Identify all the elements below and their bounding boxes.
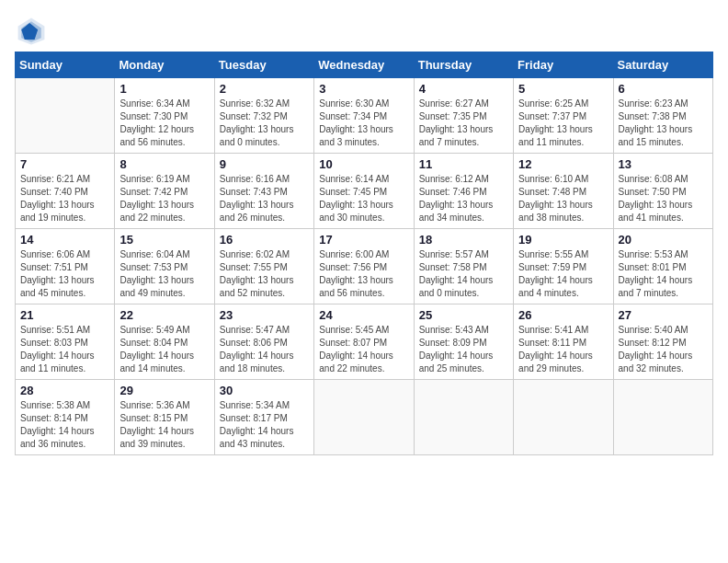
day-number: 16 <box>220 233 309 247</box>
day-number: 8 <box>119 157 209 171</box>
day-detail: Sunrise: 6:08 AM Sunset: 7:50 PM Dayligh… <box>619 173 708 224</box>
day-cell: 15Sunrise: 6:04 AM Sunset: 7:53 PM Dayli… <box>115 229 214 304</box>
day-detail: Sunrise: 6:04 AM Sunset: 7:53 PM Dayligh… <box>119 248 209 300</box>
day-detail: Sunrise: 6:25 AM Sunset: 7:37 PM Dayligh… <box>518 98 608 149</box>
day-cell: 25Sunrise: 5:43 AM Sunset: 8:09 PM Dayli… <box>414 304 513 380</box>
day-number: 22 <box>119 308 209 322</box>
day-cell: 16Sunrise: 6:02 AM Sunset: 7:55 PM Dayli… <box>214 229 313 304</box>
day-number: 25 <box>419 308 508 322</box>
day-cell: 6Sunrise: 6:23 AM Sunset: 7:38 PM Daylig… <box>613 78 712 154</box>
day-detail: Sunrise: 5:43 AM Sunset: 8:09 PM Dayligh… <box>419 324 508 375</box>
day-number: 4 <box>419 82 508 96</box>
day-number: 20 <box>619 233 708 247</box>
day-detail: Sunrise: 5:47 AM Sunset: 8:06 PM Dayligh… <box>220 324 309 375</box>
day-detail: Sunrise: 5:53 AM Sunset: 8:01 PM Dayligh… <box>619 248 708 300</box>
day-cell: 21Sunrise: 5:51 AM Sunset: 8:03 PM Dayli… <box>16 304 115 380</box>
day-detail: Sunrise: 6:34 AM Sunset: 7:30 PM Dayligh… <box>119 98 209 149</box>
page-header <box>15 15 713 48</box>
day-number: 26 <box>518 308 608 322</box>
day-number: 17 <box>319 233 408 247</box>
day-detail: Sunrise: 6:06 AM Sunset: 7:51 PM Dayligh… <box>20 248 109 300</box>
day-number: 23 <box>220 308 309 322</box>
day-cell: 11Sunrise: 6:12 AM Sunset: 7:46 PM Dayli… <box>414 154 513 229</box>
day-detail: Sunrise: 5:49 AM Sunset: 8:04 PM Dayligh… <box>119 324 209 375</box>
day-detail: Sunrise: 6:27 AM Sunset: 7:35 PM Dayligh… <box>419 98 508 149</box>
day-number: 19 <box>518 233 608 247</box>
day-cell: 24Sunrise: 5:45 AM Sunset: 8:07 PM Dayli… <box>314 304 414 380</box>
day-cell: 29Sunrise: 5:36 AM Sunset: 8:15 PM Dayli… <box>115 380 214 455</box>
day-detail: Sunrise: 5:40 AM Sunset: 8:12 PM Dayligh… <box>619 324 708 375</box>
day-detail: Sunrise: 6:12 AM Sunset: 7:46 PM Dayligh… <box>419 173 508 224</box>
day-detail: Sunrise: 5:51 AM Sunset: 8:03 PM Dayligh… <box>20 324 109 375</box>
day-number: 2 <box>220 82 309 96</box>
day-number: 6 <box>619 82 708 96</box>
day-header-sunday: Sunday <box>16 52 115 78</box>
day-number: 13 <box>619 157 708 171</box>
day-detail: Sunrise: 5:45 AM Sunset: 8:07 PM Dayligh… <box>319 324 408 375</box>
day-cell: 26Sunrise: 5:41 AM Sunset: 8:11 PM Dayli… <box>514 304 613 380</box>
day-detail: Sunrise: 6:21 AM Sunset: 7:40 PM Dayligh… <box>20 173 109 224</box>
day-detail: Sunrise: 6:16 AM Sunset: 7:43 PM Dayligh… <box>220 173 309 224</box>
day-number: 11 <box>419 157 508 171</box>
day-header-wednesday: Wednesday <box>314 52 414 78</box>
week-row-3: 14Sunrise: 6:06 AM Sunset: 7:51 PM Dayli… <box>16 229 713 304</box>
day-number: 30 <box>220 384 309 397</box>
day-header-saturday: Saturday <box>613 52 712 78</box>
week-row-1: 1Sunrise: 6:34 AM Sunset: 7:30 PM Daylig… <box>16 78 713 154</box>
day-detail: Sunrise: 6:00 AM Sunset: 7:56 PM Dayligh… <box>319 248 408 300</box>
day-number: 15 <box>119 233 209 247</box>
day-number: 14 <box>20 233 109 247</box>
day-detail: Sunrise: 5:41 AM Sunset: 8:11 PM Dayligh… <box>518 324 608 375</box>
calendar-header-row: SundayMondayTuesdayWednesdayThursdayFrid… <box>16 52 713 78</box>
day-cell: 8Sunrise: 6:19 AM Sunset: 7:42 PM Daylig… <box>115 154 214 229</box>
week-row-2: 7Sunrise: 6:21 AM Sunset: 7:40 PM Daylig… <box>16 154 713 229</box>
day-detail: Sunrise: 5:55 AM Sunset: 7:59 PM Dayligh… <box>518 248 608 300</box>
day-detail: Sunrise: 5:57 AM Sunset: 7:58 PM Dayligh… <box>419 248 508 300</box>
day-detail: Sunrise: 5:34 AM Sunset: 8:17 PM Dayligh… <box>220 399 309 451</box>
day-detail: Sunrise: 6:30 AM Sunset: 7:34 PM Dayligh… <box>319 98 408 149</box>
day-cell <box>16 78 115 154</box>
day-cell <box>514 380 613 455</box>
day-number: 5 <box>518 82 608 96</box>
day-number: 10 <box>319 157 408 171</box>
day-cell: 4Sunrise: 6:27 AM Sunset: 7:35 PM Daylig… <box>414 78 513 154</box>
logo-icon <box>15 15 48 48</box>
day-number: 7 <box>20 157 109 171</box>
day-cell: 27Sunrise: 5:40 AM Sunset: 8:12 PM Dayli… <box>613 304 712 380</box>
day-cell: 13Sunrise: 6:08 AM Sunset: 7:50 PM Dayli… <box>613 154 712 229</box>
day-number: 28 <box>20 384 109 397</box>
day-cell: 12Sunrise: 6:10 AM Sunset: 7:48 PM Dayli… <box>514 154 613 229</box>
day-cell: 9Sunrise: 6:16 AM Sunset: 7:43 PM Daylig… <box>214 154 313 229</box>
day-cell <box>414 380 513 455</box>
day-number: 21 <box>20 308 109 322</box>
day-number: 18 <box>419 233 508 247</box>
day-detail: Sunrise: 6:10 AM Sunset: 7:48 PM Dayligh… <box>518 173 608 224</box>
day-cell: 18Sunrise: 5:57 AM Sunset: 7:58 PM Dayli… <box>414 229 513 304</box>
day-cell: 5Sunrise: 6:25 AM Sunset: 7:37 PM Daylig… <box>514 78 613 154</box>
day-header-thursday: Thursday <box>414 52 513 78</box>
day-header-tuesday: Tuesday <box>214 52 313 78</box>
day-detail: Sunrise: 6:32 AM Sunset: 7:32 PM Dayligh… <box>220 98 309 149</box>
day-number: 12 <box>518 157 608 171</box>
day-cell: 3Sunrise: 6:30 AM Sunset: 7:34 PM Daylig… <box>314 78 414 154</box>
day-cell: 7Sunrise: 6:21 AM Sunset: 7:40 PM Daylig… <box>16 154 115 229</box>
day-detail: Sunrise: 6:14 AM Sunset: 7:45 PM Dayligh… <box>319 173 408 224</box>
day-cell: 20Sunrise: 5:53 AM Sunset: 8:01 PM Dayli… <box>613 229 712 304</box>
day-cell: 14Sunrise: 6:06 AM Sunset: 7:51 PM Dayli… <box>16 229 115 304</box>
day-cell: 1Sunrise: 6:34 AM Sunset: 7:30 PM Daylig… <box>115 78 214 154</box>
day-detail: Sunrise: 5:38 AM Sunset: 8:14 PM Dayligh… <box>20 399 109 451</box>
day-cell <box>314 380 414 455</box>
day-detail: Sunrise: 6:19 AM Sunset: 7:42 PM Dayligh… <box>119 173 209 224</box>
week-row-5: 28Sunrise: 5:38 AM Sunset: 8:14 PM Dayli… <box>16 380 713 455</box>
day-number: 3 <box>319 82 408 96</box>
calendar-table: SundayMondayTuesdayWednesdayThursdayFrid… <box>15 52 713 455</box>
day-detail: Sunrise: 6:02 AM Sunset: 7:55 PM Dayligh… <box>220 248 309 300</box>
day-cell: 10Sunrise: 6:14 AM Sunset: 7:45 PM Dayli… <box>314 154 414 229</box>
day-detail: Sunrise: 5:36 AM Sunset: 8:15 PM Dayligh… <box>119 399 209 451</box>
logo <box>15 15 51 48</box>
day-header-monday: Monday <box>115 52 214 78</box>
day-cell: 28Sunrise: 5:38 AM Sunset: 8:14 PM Dayli… <box>16 380 115 455</box>
day-header-friday: Friday <box>514 52 613 78</box>
day-detail: Sunrise: 6:23 AM Sunset: 7:38 PM Dayligh… <box>619 98 708 149</box>
day-number: 29 <box>119 384 209 397</box>
